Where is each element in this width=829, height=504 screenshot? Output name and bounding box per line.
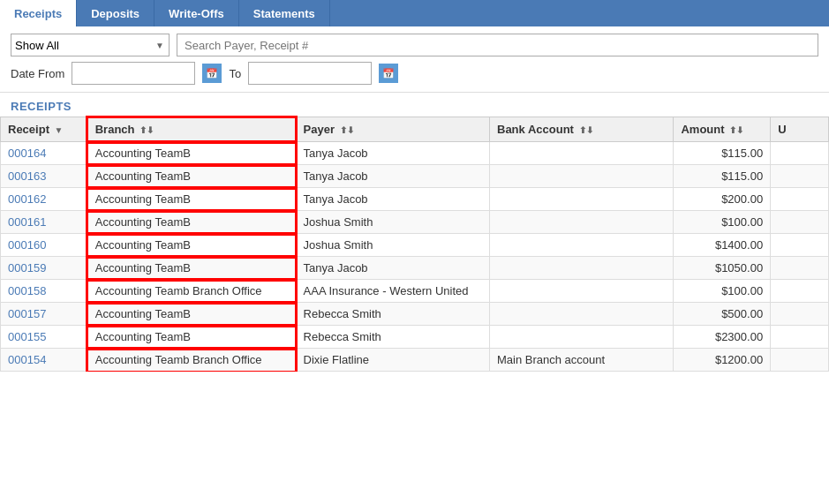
u-cell [771, 326, 829, 349]
table-row: 000154Accounting Teamb Branch OfficeDixi… [1, 349, 829, 372]
payer-cell: Rebecca Smith [296, 326, 489, 349]
amount-cell: $100.00 [674, 211, 771, 234]
branch-cell: Accounting TeamB [87, 165, 296, 188]
amount-cell: $2300.00 [674, 326, 771, 349]
payer-cell: Tanya Jacob [296, 188, 489, 211]
table-row: 000160Accounting TeamBJoshua Smith$1400.… [1, 234, 829, 257]
receipt-cell[interactable]: 000163 [1, 165, 88, 188]
u-cell [771, 165, 829, 188]
u-cell [771, 234, 829, 257]
amount-cell: $100.00 [674, 280, 771, 303]
bank-account-cell [490, 257, 674, 280]
bank-account-cell [490, 303, 674, 326]
tab-deposits[interactable]: Deposits [77, 0, 154, 26]
branch-cell: Accounting TeamB [87, 257, 296, 280]
amount-cell: $500.00 [674, 303, 771, 326]
payer-sort-icon: ⬆⬇ [340, 125, 354, 135]
bank-account-cell [490, 211, 674, 234]
payer-cell: Dixie Flatline [296, 349, 489, 372]
tab-writeoffs[interactable]: Write-Offs [154, 0, 239, 26]
u-cell [771, 211, 829, 234]
u-cell [771, 280, 829, 303]
col-header-u[interactable]: U [771, 117, 829, 142]
filter-row: Show All [11, 34, 818, 56]
payer-cell: Joshua Smith [296, 234, 489, 257]
col-header-bank-account[interactable]: Bank Account ⬆⬇ [490, 117, 674, 142]
receipt-sort-icon: ▼ [55, 125, 64, 135]
receipt-cell[interactable]: 000154 [1, 349, 88, 372]
date-from-input[interactable] [72, 62, 195, 85]
section-title: RECEIPTS [0, 93, 829, 117]
u-cell [771, 257, 829, 280]
date-to-label: To [229, 67, 241, 80]
branch-cell: Accounting TeamB [87, 211, 296, 234]
branch-cell: Accounting TeamB [87, 142, 296, 165]
tab-receipts[interactable]: Receipts [0, 0, 77, 26]
u-cell [771, 349, 829, 372]
bank-account-cell [490, 188, 674, 211]
table-row: 000157Accounting TeamBRebecca Smith$500.… [1, 303, 829, 326]
date-from-calendar-button[interactable]: 📅 [202, 64, 222, 83]
branch-cell: Accounting TeamB [87, 234, 296, 257]
col-header-amount[interactable]: Amount ⬆⬇ [674, 117, 771, 142]
receipts-table: Receipt ▼ Branch ⬆⬇ Payer ⬆⬇ Bank Accoun… [0, 117, 829, 372]
top-nav: Receipts Deposits Write-Offs Statements [0, 0, 829, 26]
payer-cell: Tanya Jacob [296, 257, 489, 280]
u-cell [771, 188, 829, 211]
amount-cell: $1050.00 [674, 257, 771, 280]
receipt-cell[interactable]: 000157 [1, 303, 88, 326]
branch-cell: Accounting Teamb Branch Office [87, 349, 296, 372]
date-to-calendar-button[interactable]: 📅 [379, 64, 398, 83]
calendar-icon: 📅 [382, 68, 395, 79]
table-row: 000162Accounting TeamBTanya Jacob$200.00 [1, 188, 829, 211]
col-header-branch[interactable]: Branch ⬆⬇ [87, 117, 296, 142]
amount-cell: $115.00 [674, 165, 771, 188]
bank-account-cell [490, 234, 674, 257]
branch-sort-icon: ⬆⬇ [139, 125, 154, 135]
payer-cell: Rebecca Smith [296, 303, 489, 326]
show-all-select[interactable]: Show All [11, 34, 170, 56]
receipt-cell[interactable]: 000161 [1, 211, 88, 234]
amount-cell: $1200.00 [674, 349, 771, 372]
bank-account-cell: Main Branch account [490, 349, 674, 372]
table-row: 000164Accounting TeamBTanya Jacob$115.00 [1, 142, 829, 165]
payer-cell: AAA Insurance - Western United [296, 280, 489, 303]
search-input[interactable] [177, 34, 818, 56]
payer-cell: Joshua Smith [296, 211, 489, 234]
amount-cell: $115.00 [674, 142, 771, 165]
u-cell [771, 303, 829, 326]
date-to-input[interactable] [248, 62, 372, 85]
table-row: 000155Accounting TeamBRebecca Smith$2300… [1, 326, 829, 349]
amount-cell: $200.00 [674, 188, 771, 211]
col-header-payer[interactable]: Payer ⬆⬇ [296, 117, 489, 142]
branch-cell: Accounting TeamB [87, 188, 296, 211]
amount-cell: $1400.00 [674, 234, 771, 257]
amount-sort-icon: ⬆⬇ [729, 125, 743, 135]
table-row: 000159Accounting TeamBTanya Jacob$1050.0… [1, 257, 829, 280]
receipt-cell[interactable]: 000159 [1, 257, 88, 280]
branch-cell: Accounting Teamb Branch Office [87, 280, 296, 303]
receipt-cell[interactable]: 000155 [1, 326, 88, 349]
tab-statements[interactable]: Statements [239, 0, 330, 26]
receipt-cell[interactable]: 000164 [1, 142, 88, 165]
receipt-cell[interactable]: 000160 [1, 234, 88, 257]
table-row: 000163Accounting TeamBTanya Jacob$115.00 [1, 165, 829, 188]
date-from-label: Date From [11, 67, 64, 80]
branch-cell: Accounting TeamB [87, 303, 296, 326]
date-row: Date From 📅 To 📅 [11, 62, 818, 85]
receipt-cell[interactable]: 000162 [1, 188, 88, 211]
table-row: 000161Accounting TeamBJoshua Smith$100.0… [1, 211, 829, 234]
branch-cell: Accounting TeamB [87, 326, 296, 349]
show-all-wrapper: Show All [11, 34, 170, 56]
bank-account-cell [490, 280, 674, 303]
receipt-cell[interactable]: 000158 [1, 280, 88, 303]
table-row: 000158Accounting Teamb Branch OfficeAAA … [1, 280, 829, 303]
calendar-icon: 📅 [206, 68, 218, 79]
col-header-receipt[interactable]: Receipt ▼ [1, 117, 88, 142]
table-header-row: Receipt ▼ Branch ⬆⬇ Payer ⬆⬇ Bank Accoun… [1, 117, 829, 142]
payer-cell: Tanya Jacob [296, 165, 489, 188]
bank-account-cell [490, 326, 674, 349]
toolbar: Show All Date From 📅 To 📅 [0, 26, 829, 93]
bank-sort-icon: ⬆⬇ [579, 125, 593, 135]
bank-account-cell [490, 165, 674, 188]
